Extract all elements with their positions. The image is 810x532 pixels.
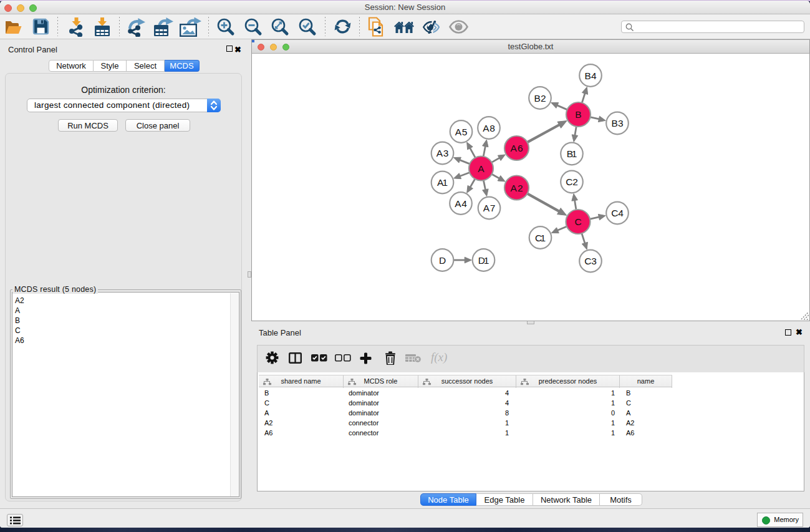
- svg-text:A1: A1: [437, 177, 448, 188]
- svg-text:A: A: [478, 163, 485, 174]
- svg-text:A7: A7: [483, 203, 496, 213]
- svg-text:B3: B3: [612, 118, 624, 128]
- svg-text:A3: A3: [436, 148, 449, 158]
- svg-text:B1: B1: [567, 148, 577, 159]
- svg-text:C1: C1: [535, 233, 546, 243]
- svg-text:B4: B4: [585, 70, 597, 81]
- svg-text:C4: C4: [611, 208, 624, 218]
- svg-text:A5: A5: [455, 127, 468, 137]
- svg-text:C3: C3: [584, 256, 597, 266]
- svg-text:D1: D1: [478, 255, 489, 266]
- svg-text:A2: A2: [511, 183, 523, 193]
- svg-text:C2: C2: [566, 177, 578, 187]
- svg-text:A6: A6: [511, 143, 523, 153]
- svg-text:A8: A8: [483, 123, 495, 133]
- svg-text:C: C: [574, 216, 581, 227]
- svg-text:A4: A4: [455, 198, 467, 209]
- svg-text:B: B: [575, 109, 581, 120]
- svg-text:D: D: [439, 255, 446, 266]
- svg-text:B2: B2: [534, 93, 546, 104]
